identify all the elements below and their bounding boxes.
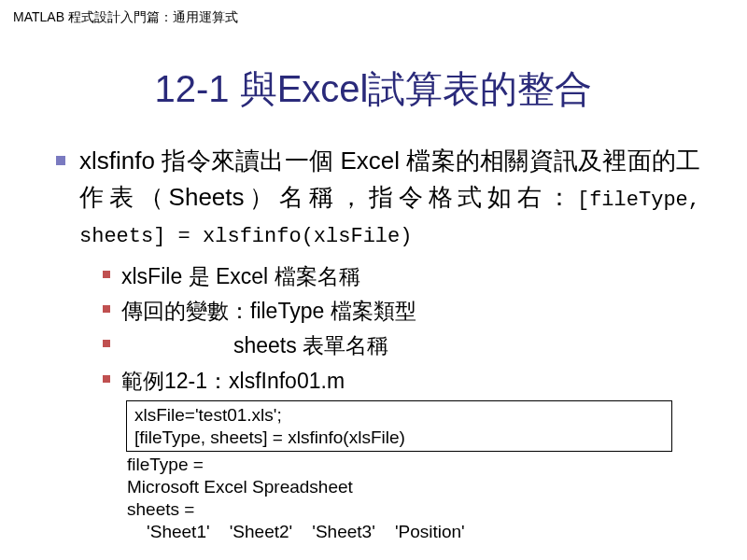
bullet-square-icon (56, 156, 65, 165)
output-line: Microsoft Excel Spreadsheet (127, 476, 700, 498)
sub-bullet-item: 範例12-1：xlsfInfo01.m (103, 366, 700, 396)
sub-bullet-item: xlsFile 是 Excel 檔案名稱 (103, 261, 700, 291)
bullet-square-small-icon (103, 375, 110, 383)
bullet-square-small-icon (103, 305, 110, 313)
main-bullet-text: xlsfinfo 指令來讀出一個 Excel 檔案的相關資訊及裡面的工作表（Sh… (79, 143, 700, 252)
bullet-square-small-icon (103, 271, 110, 278)
sub-bullet-list: xlsFile 是 Excel 檔案名稱 傳回的變數：fileType 檔案類型… (103, 261, 700, 396)
sub-bullet-text-indent: sheets 表單名稱 (233, 330, 388, 360)
slide-content: xlsfinfo 指令來讀出一個 Excel 檔案的相關資訊及裡面的工作表（Sh… (0, 143, 747, 542)
sub-bullet-text: 傳回的變數：fileType 檔案類型 (121, 296, 416, 326)
output-line: 'Sheet1' 'Sheet2' 'Sheet3' 'Position' (127, 521, 700, 543)
slide-title: 12-1 與Excel試算表的整合 (0, 63, 747, 115)
sub-bullet-item: 傳回的變數：fileType 檔案類型 (103, 296, 700, 326)
output-line: fileType = (127, 454, 700, 476)
code-line: [fileType, sheets] = xlsfinfo(xlsFile) (134, 427, 664, 449)
document-header: MATLAB 程式設計入門篇：通用運算式 (0, 0, 747, 35)
output-block: fileType = Microsoft Excel Spreadsheet s… (127, 454, 700, 542)
sub-bullet-text: xlsFile 是 Excel 檔案名稱 (121, 261, 360, 291)
code-line: xlsFile='test01.xls'; (134, 404, 664, 427)
sub-bullet-item: sheets 表單名稱 (103, 330, 700, 360)
bullet-square-small-icon (103, 340, 110, 347)
code-box: xlsFile='test01.xls'; [fileType, sheets]… (126, 400, 672, 453)
example-prefix: 範例12-1： (121, 369, 229, 393)
sub-bullet-text: 範例12-1：xlsfInfo01.m (121, 366, 345, 396)
output-line: sheets = (127, 498, 700, 521)
main-bullet-item: xlsfinfo 指令來讀出一個 Excel 檔案的相關資訊及裡面的工作表（Sh… (56, 143, 700, 252)
example-filename: xlsfInfo01.m (229, 369, 345, 393)
